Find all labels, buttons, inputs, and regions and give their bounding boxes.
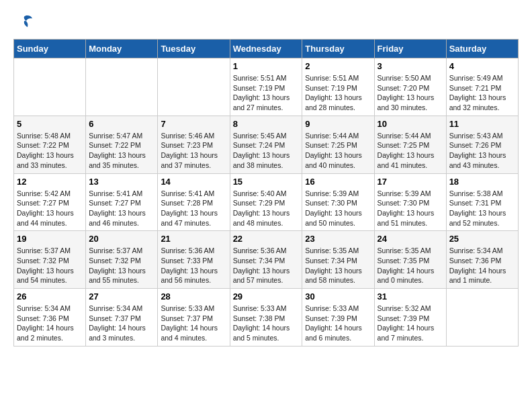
day-number: 8 [233, 119, 300, 129]
day-info: Sunrise: 5:49 AMSunset: 7:21 PMDaylight:… [449, 73, 515, 113]
day-info: Sunrise: 5:41 AMSunset: 7:28 PMDaylight:… [161, 189, 226, 228]
day-info: Sunrise: 5:40 AMSunset: 7:29 PMDaylight:… [233, 189, 300, 228]
calendar-cell: 31Sunrise: 5:32 AMSunset: 7:39 PMDayligh… [374, 289, 446, 347]
calendar-cell: 5Sunrise: 5:48 AMSunset: 7:22 PMDaylight… [14, 116, 86, 173]
calendar-week-2: 5Sunrise: 5:48 AMSunset: 7:22 PMDaylight… [14, 116, 519, 173]
day-info: Sunrise: 5:39 AMSunset: 7:30 PMDaylight:… [305, 189, 371, 228]
day-number: 31 [378, 291, 443, 302]
header-thursday: Thursday [302, 40, 374, 58]
day-number: 25 [449, 234, 515, 244]
day-number: 19 [17, 234, 83, 244]
day-info: Sunrise: 5:35 AMSunset: 7:34 PMDaylight:… [305, 246, 371, 285]
day-info: Sunrise: 5:44 AMSunset: 7:25 PMDaylight:… [305, 131, 371, 171]
day-number: 16 [305, 177, 371, 187]
day-info: Sunrise: 5:47 AMSunset: 7:22 PMDaylight:… [89, 131, 154, 171]
calendar-cell: 21Sunrise: 5:36 AMSunset: 7:33 PMDayligh… [158, 231, 230, 289]
day-info: Sunrise: 5:41 AMSunset: 7:27 PMDaylight:… [89, 189, 154, 228]
day-number: 4 [449, 61, 515, 71]
day-info: Sunrise: 5:32 AMSunset: 7:39 PMDaylight:… [378, 304, 443, 343]
page-header [13, 13, 519, 32]
day-number: 13 [89, 177, 154, 187]
calendar-cell: 23Sunrise: 5:35 AMSunset: 7:34 PMDayligh… [302, 231, 374, 289]
day-info: Sunrise: 5:33 AMSunset: 7:37 PMDaylight:… [161, 304, 226, 343]
header-wednesday: Wednesday [230, 40, 302, 58]
day-info: Sunrise: 5:33 AMSunset: 7:38 PMDaylight:… [233, 304, 300, 343]
calendar-cell [14, 58, 86, 116]
calendar-week-1: 1Sunrise: 5:51 AMSunset: 7:19 PMDaylight… [14, 58, 519, 116]
day-number: 9 [305, 119, 371, 129]
day-info: Sunrise: 5:43 AMSunset: 7:26 PMDaylight:… [449, 131, 515, 171]
header-saturday: Saturday [446, 40, 518, 58]
day-info: Sunrise: 5:36 AMSunset: 7:34 PMDaylight:… [233, 246, 300, 285]
day-info: Sunrise: 5:37 AMSunset: 7:32 PMDaylight:… [17, 246, 83, 285]
calendar-cell: 13Sunrise: 5:41 AMSunset: 7:27 PMDayligh… [86, 173, 158, 231]
logo-bird-icon [15, 13, 34, 32]
calendar-cell: 7Sunrise: 5:46 AMSunset: 7:23 PMDaylight… [158, 116, 230, 173]
day-info: Sunrise: 5:45 AMSunset: 7:24 PMDaylight:… [233, 131, 300, 171]
day-number: 29 [233, 291, 300, 302]
calendar-cell: 28Sunrise: 5:33 AMSunset: 7:37 PMDayligh… [158, 289, 230, 347]
calendar-cell [446, 289, 518, 347]
calendar-cell: 15Sunrise: 5:40 AMSunset: 7:29 PMDayligh… [230, 173, 302, 231]
day-info: Sunrise: 5:46 AMSunset: 7:23 PMDaylight:… [161, 131, 226, 171]
calendar-cell: 8Sunrise: 5:45 AMSunset: 7:24 PMDaylight… [230, 116, 302, 173]
day-info: Sunrise: 5:34 AMSunset: 7:36 PMDaylight:… [17, 304, 83, 343]
calendar-cell: 27Sunrise: 5:34 AMSunset: 7:37 PMDayligh… [86, 289, 158, 347]
calendar-week-4: 19Sunrise: 5:37 AMSunset: 7:32 PMDayligh… [14, 231, 519, 289]
header-tuesday: Tuesday [158, 40, 230, 58]
calendar-cell: 20Sunrise: 5:37 AMSunset: 7:32 PMDayligh… [86, 231, 158, 289]
calendar-cell: 12Sunrise: 5:42 AMSunset: 7:27 PMDayligh… [14, 173, 86, 231]
calendar-cell [86, 58, 158, 116]
day-info: Sunrise: 5:34 AMSunset: 7:37 PMDaylight:… [89, 304, 154, 343]
day-number: 2 [305, 61, 371, 71]
day-number: 12 [17, 177, 83, 187]
day-number: 10 [378, 119, 443, 129]
day-number: 21 [161, 234, 226, 244]
day-info: Sunrise: 5:42 AMSunset: 7:27 PMDaylight:… [17, 189, 83, 228]
day-info: Sunrise: 5:34 AMSunset: 7:36 PMDaylight:… [449, 246, 515, 285]
header-monday: Monday [86, 40, 158, 58]
calendar-cell: 26Sunrise: 5:34 AMSunset: 7:36 PMDayligh… [14, 289, 86, 347]
day-info: Sunrise: 5:48 AMSunset: 7:22 PMDaylight:… [17, 131, 83, 171]
calendar-cell: 3Sunrise: 5:50 AMSunset: 7:20 PMDaylight… [374, 58, 446, 116]
header-sunday: Sunday [14, 40, 86, 58]
day-number: 30 [305, 291, 371, 302]
day-number: 3 [378, 61, 443, 71]
day-number: 28 [161, 291, 226, 302]
calendar-cell: 18Sunrise: 5:38 AMSunset: 7:31 PMDayligh… [446, 173, 518, 231]
day-info: Sunrise: 5:39 AMSunset: 7:30 PMDaylight:… [378, 189, 443, 228]
calendar-cell: 16Sunrise: 5:39 AMSunset: 7:30 PMDayligh… [302, 173, 374, 231]
calendar-cell: 6Sunrise: 5:47 AMSunset: 7:22 PMDaylight… [86, 116, 158, 173]
header-friday: Friday [374, 40, 446, 58]
day-number: 1 [233, 61, 300, 71]
calendar-cell: 25Sunrise: 5:34 AMSunset: 7:36 PMDayligh… [446, 231, 518, 289]
day-info: Sunrise: 5:44 AMSunset: 7:25 PMDaylight:… [378, 131, 443, 171]
day-number: 6 [89, 119, 154, 129]
day-number: 14 [161, 177, 226, 187]
day-number: 22 [233, 234, 300, 244]
day-info: Sunrise: 5:33 AMSunset: 7:39 PMDaylight:… [305, 304, 371, 343]
day-number: 18 [449, 177, 515, 187]
calendar-table: SundayMondayTuesdayWednesdayThursdayFrid… [13, 39, 519, 347]
calendar-cell: 14Sunrise: 5:41 AMSunset: 7:28 PMDayligh… [158, 173, 230, 231]
day-number: 26 [17, 291, 83, 302]
calendar-cell [158, 58, 230, 116]
calendar-cell: 24Sunrise: 5:35 AMSunset: 7:35 PMDayligh… [374, 231, 446, 289]
calendar-cell: 2Sunrise: 5:51 AMSunset: 7:19 PMDaylight… [302, 58, 374, 116]
day-info: Sunrise: 5:35 AMSunset: 7:35 PMDaylight:… [378, 246, 443, 285]
calendar-cell: 4Sunrise: 5:49 AMSunset: 7:21 PMDaylight… [446, 58, 518, 116]
day-info: Sunrise: 5:38 AMSunset: 7:31 PMDaylight:… [449, 189, 515, 228]
day-number: 11 [449, 119, 515, 129]
day-number: 20 [89, 234, 154, 244]
calendar-header-row: SundayMondayTuesdayWednesdayThursdayFrid… [14, 40, 519, 58]
day-number: 7 [161, 119, 226, 129]
calendar-cell: 30Sunrise: 5:33 AMSunset: 7:39 PMDayligh… [302, 289, 374, 347]
calendar-cell: 11Sunrise: 5:43 AMSunset: 7:26 PMDayligh… [446, 116, 518, 173]
day-info: Sunrise: 5:50 AMSunset: 7:20 PMDaylight:… [378, 73, 443, 113]
day-number: 5 [17, 119, 83, 129]
logo [13, 13, 34, 32]
day-number: 24 [378, 234, 443, 244]
day-info: Sunrise: 5:51 AMSunset: 7:19 PMDaylight:… [233, 73, 300, 113]
calendar-cell: 17Sunrise: 5:39 AMSunset: 7:30 PMDayligh… [374, 173, 446, 231]
day-number: 15 [233, 177, 300, 187]
